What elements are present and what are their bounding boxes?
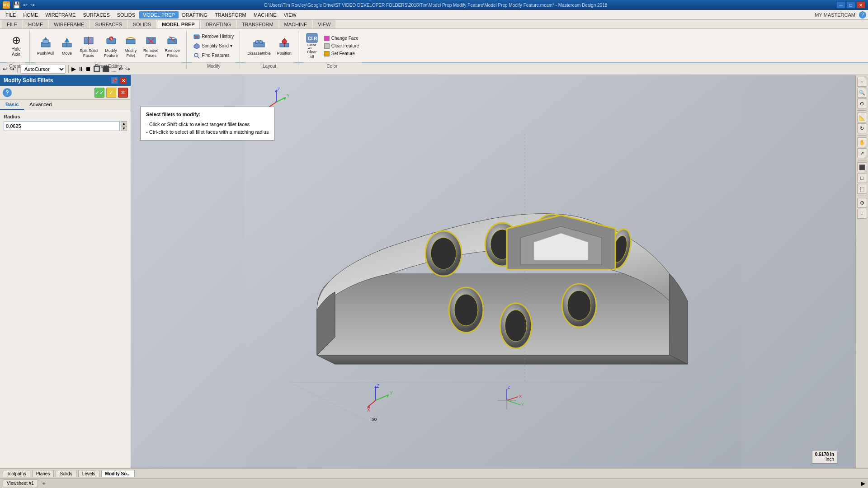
- ribbon-tab-view[interactable]: VIEW: [313, 20, 335, 28]
- left-panel: Modify Solid Fillets 📌 ✕ ? ✓✓ ✓ ✕ Basic …: [0, 75, 131, 468]
- position-button[interactable]: Position: [274, 34, 294, 58]
- toolbar-icon-3[interactable]: ▶: [71, 66, 76, 72]
- my-mastercam-link[interactable]: MY MASTERCAM: [815, 12, 855, 18]
- ribbon-tab-machine[interactable]: MACHINE: [279, 20, 312, 28]
- bottom-tab-modify-solids[interactable]: Modify So...: [101, 470, 135, 477]
- right-tool-zoom-in[interactable]: +: [857, 77, 867, 87]
- title-bar-controls: ─ □ ✕: [836, 1, 865, 9]
- right-tool-settings[interactable]: ⚙: [857, 198, 867, 208]
- right-tool-wireframe[interactable]: □: [857, 173, 867, 183]
- toolbar-icon-9[interactable]: ↩: [118, 66, 123, 72]
- simplify-solid-button[interactable]: Simplify Solid ▾: [191, 42, 235, 50]
- svg-text:X: X: [367, 408, 370, 413]
- right-tool-rotate[interactable]: ↻: [857, 123, 867, 133]
- panel-pin-button[interactable]: 📌: [111, 77, 118, 84]
- canvas-area[interactable]: Z Y X Z Y X Iso: [131, 75, 855, 468]
- radius-increment-button[interactable]: ▲: [121, 121, 127, 126]
- panel-tab-advanced[interactable]: Advanced: [24, 100, 57, 110]
- menu-transform[interactable]: TRANSFORM: [211, 11, 250, 19]
- right-tool-measure[interactable]: 📐: [857, 113, 867, 122]
- remove-fillets-button[interactable]: RemoveFillets: [162, 32, 183, 60]
- panel-ok-all-button[interactable]: ✓✓: [94, 88, 104, 98]
- ribbon-group-modify-buttons: Remove History Simplify Solid ▾ Find Fea…: [191, 31, 236, 61]
- toolbar-icon-4[interactable]: ⏸: [78, 66, 84, 72]
- menu-home[interactable]: HOME: [19, 11, 42, 19]
- menu-surfaces[interactable]: SURFACES: [79, 11, 113, 19]
- right-tool-pan[interactable]: ✋: [857, 137, 867, 147]
- menu-machine[interactable]: MACHINE: [250, 11, 280, 19]
- right-tool-fit[interactable]: ⊙: [857, 99, 867, 108]
- clear-all-button[interactable]: CLR Clear All ClearAll: [303, 31, 321, 61]
- instruction-box: Select fillets to modify: - Click or Shi…: [140, 107, 274, 141]
- quick-access-redo[interactable]: ↪: [30, 2, 35, 8]
- viewsheet-arrow-right[interactable]: ▶: [861, 480, 865, 487]
- ribbon-tabs: FILE HOME WIREFRAME SURFACES SOLIDS MODE…: [0, 20, 868, 29]
- right-tool-divider-3: [858, 160, 867, 160]
- right-tool-extra[interactable]: ≡: [857, 209, 867, 219]
- right-tool-select[interactable]: ↗: [857, 148, 867, 158]
- menu-drafting[interactable]: DRAFTING: [179, 11, 211, 19]
- remove-faces-button[interactable]: RemoveFaces: [141, 32, 161, 60]
- autocursor-select[interactable]: AutoCursor: [20, 65, 66, 74]
- disassemble-button[interactable]: Disassemble: [245, 34, 274, 58]
- viewsheet-add-button[interactable]: +: [40, 479, 48, 488]
- toolbar-icon-6[interactable]: 🔲: [93, 66, 100, 72]
- right-toolbar: + 🔍 ⊙ 📐 ↻ ✋ ↗ ⬛ □ ⬚ ⚙ ≡: [855, 75, 868, 468]
- bottom-tab-levels[interactable]: Levels: [78, 470, 99, 477]
- ribbon-group-create: ⊕ HoleAxis Create: [3, 31, 30, 69]
- menu-solids[interactable]: SOLIDS: [113, 11, 139, 19]
- panel-help-button[interactable]: ?: [3, 88, 12, 97]
- menu-model-prep[interactable]: MODEL PREP: [139, 11, 179, 19]
- minimize-button[interactable]: ─: [836, 1, 845, 9]
- ribbon-tab-file[interactable]: FILE: [2, 20, 22, 28]
- push-pull-button[interactable]: Push/Pull: [34, 34, 57, 58]
- ribbon-tab-solids[interactable]: SOLIDS: [128, 20, 156, 28]
- modify-fillet-button[interactable]: ModifyFillet: [122, 32, 140, 60]
- change-face-button[interactable]: Change Face: [322, 35, 361, 42]
- right-tool-hidden[interactable]: ⬚: [857, 184, 867, 194]
- set-feature-button[interactable]: Set Feature: [322, 50, 361, 57]
- panel-ok-button[interactable]: ✓: [106, 88, 116, 98]
- radius-input[interactable]: [4, 121, 120, 131]
- toolbar-icon-5[interactable]: ⏹: [85, 66, 91, 72]
- radius-decrement-button[interactable]: ▼: [121, 126, 127, 131]
- menu-wireframe[interactable]: WIREFRAME: [42, 11, 79, 19]
- remove-history-button[interactable]: Remove History: [191, 33, 236, 41]
- bottom-tab-solids[interactable]: Solids: [56, 470, 76, 477]
- panel-tab-basic[interactable]: Basic: [0, 100, 24, 110]
- toolbar-icon-1[interactable]: ↩: [3, 66, 8, 72]
- tabs-bar: Toolpaths Planes Solids Levels Modify So…: [0, 468, 868, 478]
- svg-rect-16: [168, 39, 177, 44]
- ribbon-tab-drafting[interactable]: DRAFTING: [201, 20, 236, 28]
- ribbon-tab-model-prep[interactable]: MODEL PREP: [157, 20, 200, 28]
- ribbon-tab-transform[interactable]: TRANSFORM: [237, 20, 278, 28]
- help-icon[interactable]: ?: [859, 11, 866, 19]
- quick-access-save[interactable]: 💾: [13, 1, 20, 9]
- maximize-button[interactable]: □: [846, 1, 855, 9]
- toolbar-icon-8[interactable]: ⬚: [111, 66, 117, 72]
- ribbon-tab-home[interactable]: HOME: [23, 20, 48, 28]
- bottom-tab-toolpaths[interactable]: Toolpaths: [3, 470, 30, 477]
- right-tool-zoom-out[interactable]: 🔍: [857, 88, 867, 98]
- move-button[interactable]: Move: [58, 34, 76, 58]
- panel-close-button[interactable]: ✕: [120, 77, 127, 84]
- right-tool-shading[interactable]: ⬛: [857, 162, 867, 172]
- ribbon-tab-wireframe[interactable]: WIREFRAME: [49, 20, 89, 28]
- find-features-button[interactable]: Find Features: [191, 52, 232, 60]
- close-button[interactable]: ✕: [856, 1, 865, 9]
- toolbar-icon-10[interactable]: ↪: [125, 66, 130, 72]
- split-solid-faces-button[interactable]: Split SolidFaces: [77, 32, 100, 60]
- ribbon-group-direct-editing: Push/Pull Move: [31, 31, 187, 69]
- ribbon-tab-surfaces[interactable]: SURFACES: [90, 20, 127, 28]
- bottom-tab-planes[interactable]: Planes: [32, 470, 54, 477]
- clear-feature-button[interactable]: Clear Feature: [322, 42, 361, 50]
- panel-cancel-button[interactable]: ✕: [118, 88, 128, 98]
- toolbar-icon-7[interactable]: ⬛: [102, 66, 109, 72]
- viewsheet-tab-1[interactable]: Viewsheet #1: [3, 479, 38, 487]
- toolbar-icon-2[interactable]: ↪: [9, 66, 14, 72]
- hole-axis-button[interactable]: ⊕ HoleAxis: [7, 33, 25, 59]
- quick-access-undo[interactable]: ↩: [23, 2, 28, 8]
- modify-feature-button[interactable]: ✎ ModifyFeature: [101, 32, 121, 60]
- menu-view[interactable]: VIEW: [280, 11, 300, 19]
- menu-file[interactable]: FILE: [2, 11, 19, 19]
